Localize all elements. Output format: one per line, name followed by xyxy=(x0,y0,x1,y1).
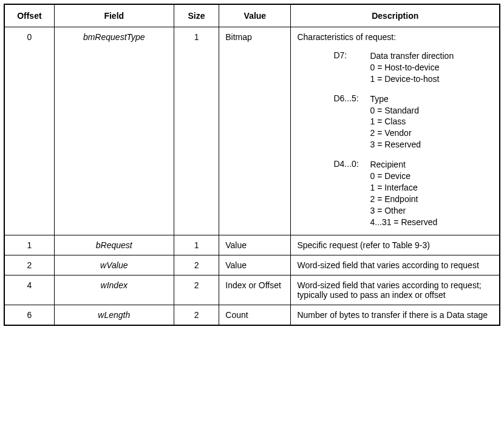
bit-value: 3 = Reserved xyxy=(370,139,493,150)
table-row: 4 wIndex 2 Index or Offset Word-sized fi… xyxy=(4,275,500,305)
bit-value: 4...31 = Reserved xyxy=(370,217,493,228)
cell-field: wIndex xyxy=(54,275,174,305)
cell-size: 2 xyxy=(174,255,219,275)
cell-value: Count xyxy=(219,305,291,326)
cell-description: Word-sized field that varies according t… xyxy=(291,255,500,275)
cell-value: Bitmap xyxy=(219,27,291,235)
cell-description: Characteristics of request: D7: Data tra… xyxy=(291,27,500,235)
bit-value: 0 = Device xyxy=(370,171,493,182)
bit-value: 1 = Interface xyxy=(370,182,493,194)
cell-size: 1 xyxy=(174,27,219,235)
cell-description: Number of bytes to transfer if there is … xyxy=(291,305,500,326)
cell-offset: 4 xyxy=(4,275,54,305)
cell-offset: 6 xyxy=(4,305,54,326)
cell-size: 2 xyxy=(174,305,219,326)
bit-value: 2 = Vendor xyxy=(370,127,493,139)
bit-label: D4...0: xyxy=(333,159,370,169)
header-value: Value xyxy=(219,4,291,27)
bit-title: Data transfer direction xyxy=(370,50,493,62)
bit-value: 1 = Device-to-host xyxy=(370,73,493,85)
bit-label: D7: xyxy=(333,50,370,60)
usb-setup-data-table: Offset Field Size Value Description 0 bm… xyxy=(4,4,500,326)
cell-description: Specific request (refer to Table 9-3) xyxy=(291,235,500,255)
cell-value: Value xyxy=(219,235,291,255)
table-row: 0 bmRequestType 1 Bitmap Characteristics… xyxy=(4,27,500,235)
bit-value: 3 = Other xyxy=(370,205,493,217)
header-field: Field xyxy=(54,4,174,27)
cell-description: Word-sized field that varies according t… xyxy=(291,275,500,305)
cell-offset: 2 xyxy=(4,255,54,275)
bit-value: 1 = Class xyxy=(370,116,493,127)
bit-title: Type xyxy=(370,93,493,105)
table-row: 2 wValue 2 Value Word-sized field that v… xyxy=(4,255,500,275)
bit-value: 0 = Host-to-device xyxy=(370,62,493,73)
desc-intro: Characteristics of request: xyxy=(297,32,493,42)
bit-value: 2 = Endpoint xyxy=(370,194,493,205)
cell-size: 1 xyxy=(174,235,219,255)
header-size: Size xyxy=(174,4,219,27)
cell-size: 2 xyxy=(174,275,219,305)
cell-value: Value xyxy=(219,255,291,275)
bit-section: D7: Data transfer direction 0 = Host-to-… xyxy=(333,50,493,85)
table-header-row: Offset Field Size Value Description xyxy=(4,4,500,27)
cell-field: bRequest xyxy=(54,235,174,255)
table-row: 6 wLength 2 Count Number of bytes to tra… xyxy=(4,305,500,326)
header-offset: Offset xyxy=(4,4,54,27)
cell-offset: 0 xyxy=(4,27,54,235)
cell-field: wValue xyxy=(54,255,174,275)
table-row: 1 bRequest 1 Value Specific request (ref… xyxy=(4,235,500,255)
bit-section: D6...5: Type 0 = Standard 1 = Class 2 = … xyxy=(333,93,493,150)
bit-label: D6...5: xyxy=(333,93,370,103)
cell-field: bmRequestType xyxy=(54,27,174,235)
bit-value: 0 = Standard xyxy=(370,105,493,117)
header-description: Description xyxy=(291,4,500,27)
cell-offset: 1 xyxy=(4,235,54,255)
cell-field: wLength xyxy=(54,305,174,326)
cell-value: Index or Offset xyxy=(219,275,291,305)
bit-section: D4...0: Recipient 0 = Device 1 = Interfa… xyxy=(333,159,493,228)
bit-title: Recipient xyxy=(370,159,493,171)
